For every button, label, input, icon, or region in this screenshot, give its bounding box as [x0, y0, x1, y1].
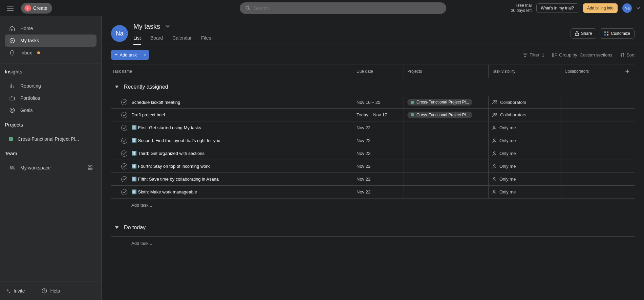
- project-color-icon: [9, 137, 13, 141]
- due-date-cell[interactable]: Nov 22: [353, 147, 404, 160]
- visibility-cell[interactable]: Only me: [489, 186, 561, 198]
- section-header-today[interactable]: Do today: [111, 219, 635, 236]
- due-date-cell[interactable]: Nov 22: [353, 134, 404, 147]
- task-row[interactable]: Draft project briefToday – Nov 17Cross-F…: [111, 109, 635, 121]
- projects-cell[interactable]: Cross-Functional Project Pl...: [404, 96, 489, 108]
- title-dropdown[interactable]: [164, 22, 172, 30]
- share-button[interactable]: Share: [571, 28, 596, 39]
- visibility-cell[interactable]: Only me: [489, 160, 561, 172]
- visibility-cell[interactable]: Only me: [489, 134, 561, 147]
- collaborators-cell[interactable]: [561, 186, 617, 198]
- visibility-cell[interactable]: Collaborators: [489, 96, 561, 108]
- add-task-inline[interactable]: Add task...: [111, 199, 635, 212]
- complete-toggle[interactable]: [121, 189, 127, 195]
- task-row[interactable]: 5️⃣ Fifth: Save time by collaborating in…: [111, 173, 635, 186]
- sort-button[interactable]: Sort: [620, 52, 635, 57]
- complete-toggle[interactable]: [121, 99, 127, 105]
- projects-cell[interactable]: [404, 147, 489, 160]
- column-header-collaborators[interactable]: Collaborators: [561, 65, 617, 78]
- projects-cell[interactable]: [404, 160, 489, 172]
- complete-toggle[interactable]: [121, 176, 127, 182]
- due-date-cell[interactable]: Nov 22: [353, 186, 404, 198]
- collaborators-cell[interactable]: [561, 121, 617, 134]
- collaborators-cell[interactable]: [561, 147, 617, 160]
- visibility-cell[interactable]: Collaborators: [489, 109, 561, 121]
- search-input[interactable]: [254, 5, 441, 11]
- sidebar-item-goals[interactable]: Goals: [5, 104, 96, 116]
- group-icon: [552, 53, 557, 57]
- collapse-toggle[interactable]: [113, 224, 121, 231]
- projects-cell[interactable]: Cross-Functional Project Pl...: [404, 109, 489, 121]
- chevron-down-icon: [144, 54, 146, 56]
- complete-toggle[interactable]: [121, 112, 127, 118]
- tab-calendar[interactable]: Calendar: [172, 32, 192, 45]
- invite-button[interactable]: Invite: [5, 288, 25, 294]
- add-task-inline[interactable]: Add task...: [111, 237, 635, 250]
- sidebar-header-insights[interactable]: Insights: [0, 66, 101, 77]
- svg-point-28: [494, 177, 495, 179]
- visibility-cell[interactable]: Only me: [489, 173, 561, 185]
- help-button[interactable]: Help: [41, 288, 60, 294]
- due-date-cell[interactable]: Nov 16 – 20: [353, 96, 404, 108]
- sidebar-item-project[interactable]: Cross-Functional Project Pl...: [5, 133, 96, 145]
- collaborators-cell[interactable]: [561, 173, 617, 185]
- task-row[interactable]: 6️⃣ Sixth: Make work manageableNov 22Onl…: [111, 186, 635, 199]
- project-pill[interactable]: Cross-Functional Project Pl...: [407, 99, 472, 106]
- due-date-cell[interactable]: Nov 22: [353, 160, 404, 172]
- complete-toggle[interactable]: [121, 163, 127, 169]
- customize-button[interactable]: Customize: [600, 28, 635, 39]
- project-pill[interactable]: Cross-Functional Project Pl...: [407, 112, 472, 118]
- task-row[interactable]: 1️⃣ First: Get started using My tasksNov…: [111, 121, 635, 134]
- search-bar[interactable]: [240, 2, 446, 14]
- sidebar-header-projects[interactable]: Projects: [0, 119, 101, 130]
- due-date-cell[interactable]: Nov 22: [353, 173, 404, 185]
- group-by-button[interactable]: Group by: Custom sections: [552, 52, 612, 57]
- collaborators-cell[interactable]: [561, 134, 617, 147]
- create-button[interactable]: + Create: [21, 3, 52, 14]
- add-billing-button[interactable]: Add billing info: [583, 3, 618, 13]
- column-header-due[interactable]: Due date: [353, 65, 404, 78]
- sidebar-header-team[interactable]: Team: [0, 148, 101, 159]
- projects-cell[interactable]: [404, 186, 489, 198]
- column-header-name[interactable]: Task name: [111, 65, 353, 78]
- collapse-toggle[interactable]: [113, 83, 121, 91]
- sidebar-item-inbox[interactable]: Inbox: [5, 47, 96, 59]
- tab-board[interactable]: Board: [150, 32, 163, 45]
- triangle-down-icon: [115, 226, 119, 229]
- complete-toggle[interactable]: [121, 125, 127, 131]
- due-date-cell[interactable]: Today – Nov 17: [353, 109, 404, 121]
- sidebar-item-portfolios[interactable]: Portfolios: [5, 92, 96, 104]
- collaborators-cell[interactable]: [561, 160, 617, 172]
- user-avatar[interactable]: Na: [622, 3, 632, 13]
- task-row[interactable]: Schedule kickoff meetingNov 16 – 20Cross…: [111, 96, 635, 109]
- collaborators-cell[interactable]: [561, 96, 617, 108]
- sidebar-item-reporting[interactable]: Reporting: [5, 80, 96, 92]
- tab-files[interactable]: Files: [201, 32, 211, 45]
- whats-in-trial-button[interactable]: What's in my trial?: [536, 3, 578, 13]
- filter-button[interactable]: Filter: 1: [523, 52, 544, 57]
- projects-cell[interactable]: [404, 173, 489, 185]
- chevron-down-icon[interactable]: [637, 7, 640, 9]
- column-header-projects[interactable]: Projects: [404, 65, 489, 78]
- projects-cell[interactable]: [404, 121, 489, 134]
- visibility-cell[interactable]: Only me: [489, 121, 561, 134]
- sidebar-item-workspace[interactable]: My workspace: [5, 162, 96, 174]
- add-column-button[interactable]: [617, 65, 638, 78]
- column-header-visibility[interactable]: Task visibility: [489, 65, 561, 78]
- tab-list[interactable]: List: [133, 32, 141, 45]
- task-row[interactable]: 3️⃣ Third: Get organized with sectionsNo…: [111, 147, 635, 160]
- add-task-button[interactable]: + Add task: [111, 50, 141, 60]
- visibility-cell[interactable]: Only me: [489, 147, 561, 160]
- complete-toggle[interactable]: [121, 151, 127, 157]
- complete-toggle[interactable]: [121, 138, 127, 144]
- sidebar-item-home[interactable]: Home: [5, 22, 96, 34]
- collaborators-cell[interactable]: [561, 109, 617, 121]
- due-date-cell[interactable]: Nov 22: [353, 121, 404, 134]
- projects-cell[interactable]: [404, 134, 489, 147]
- hamburger-toggle[interactable]: [4, 2, 16, 14]
- sidebar-item-my-tasks[interactable]: My tasks: [5, 34, 96, 47]
- task-row[interactable]: 4️⃣ Fourth: Stay on top of incoming work…: [111, 160, 635, 173]
- add-task-dropdown[interactable]: [141, 50, 149, 60]
- task-row[interactable]: 2️⃣ Second: Find the layout that's right…: [111, 134, 635, 147]
- section-header-recent[interactable]: Recently assigned: [111, 78, 635, 96]
